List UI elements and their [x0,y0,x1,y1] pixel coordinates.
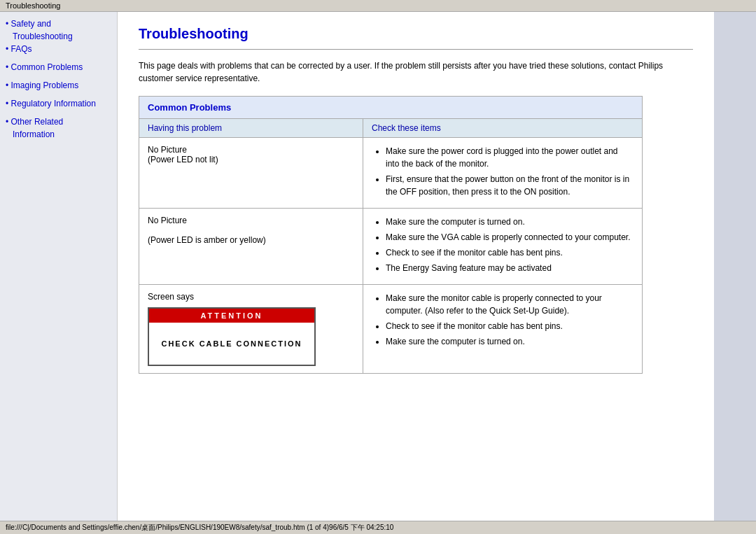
content-area: Troubleshooting This page deals with pro… [118,12,714,521]
left-sidebar: • Safety and Troubleshooting • FAQs • Co… [0,12,118,521]
problem-3-line1: Screen says [148,292,194,302]
nav-faqs[interactable]: • FAQs [6,44,111,54]
nav-information[interactable]: Information [6,129,111,139]
col-header-solution: Check these items [363,119,643,138]
nav-section-problems: • Common Problems [6,62,111,72]
attention-box: ATTENTION CHECK CABLE CONNECTION [148,307,316,366]
nav-regulatory-info[interactable]: • Regulatory Information [6,99,111,108]
table-row-3: Screen says ATTENTION CHECK CABLE CONNEC… [139,285,643,374]
problem-cell-2: No Picture (Power LED is amber or yellow… [139,209,363,285]
solution-2-item-2: Make sure the VGA cable is properly conn… [386,231,634,244]
nav-section-other: • Other Related Information [6,117,111,139]
table-row-1: No Picture (Power LED not lit) Make sure… [139,138,643,209]
page-title: Troubleshooting [139,26,693,42]
table-row-2: No Picture (Power LED is amber or yellow… [139,209,643,285]
nav-imaging-problems[interactable]: • Imaging Problems [6,80,111,90]
intro-text: This page deals with problems that can b… [139,59,693,85]
right-sidebar [714,12,756,521]
main-area: • Safety and Troubleshooting • FAQs • Co… [0,12,756,521]
attention-header: ATTENTION [149,309,314,323]
solution-3-item-1: Make sure the monitor cable is properly … [386,292,634,317]
table-col-header-row: Having this problem Check these items [139,119,643,138]
status-bar: file:///C|/Documents and Settings/effie.… [0,521,756,534]
nav-common-problems[interactable]: • Common Problems [6,62,111,72]
nav-troubleshooting[interactable]: Troubleshooting [6,31,111,41]
title-bar: Troubleshooting [0,0,756,12]
nav-section-imaging: • Imaging Problems [6,80,111,90]
nav-other-related[interactable]: • Other Related [6,117,111,127]
solution-3-item-3: Make sure the computer is turned on. [386,335,634,348]
problem-cell-1: No Picture (Power LED not lit) [139,138,363,209]
problem-2-line2: (Power LED is amber or yellow) [148,235,266,245]
solution-cell-3: Make sure the monitor cable is properly … [363,285,643,374]
problem-1-line1: No Picture [148,145,187,155]
solution-list-3: Make sure the monitor cable is properly … [372,292,634,348]
solution-list-1: Make sure the power cord is plugged into… [372,145,634,198]
problem-1-line2: (Power LED not lit) [148,155,218,164]
nav-safety-and[interactable]: • Safety and [6,19,111,29]
solution-cell-2: Make sure the computer is turned on. Mak… [363,209,643,285]
solution-2-item-4: The Energy Saving feature may be activat… [386,262,634,274]
status-bar-text: file:///C|/Documents and Settings/effie.… [6,524,393,531]
title-bar-text: Troubleshooting [6,1,60,10]
solution-3-item-2: Check to see if the monitor cable has be… [386,320,634,332]
solution-1-item-2: First, ensure that the power button on t… [386,173,634,198]
table-section-header-row: Common Problems [139,97,643,119]
problems-table: Common Problems Having this problem Chec… [139,96,643,374]
solution-2-item-1: Make sure the computer is turned on. [386,216,634,228]
title-divider [139,49,693,50]
solution-2-item-3: Check to see if the monitor cable has be… [386,246,634,259]
problem-cell-3: Screen says ATTENTION CHECK CABLE CONNEC… [139,285,363,374]
nav-section-safety: • Safety and Troubleshooting • FAQs [6,19,111,54]
browser-window: Troubleshooting • Safety and Troubleshoo… [0,0,756,534]
solution-1-item-1: Make sure the power cord is plugged into… [386,145,634,170]
problem-2-line1: No Picture [148,216,187,225]
col-header-problem: Having this problem [139,119,363,138]
solution-list-2: Make sure the computer is turned on. Mak… [372,216,634,274]
table-section-header: Common Problems [139,97,643,119]
attention-body: CHECK CABLE CONNECTION [149,323,314,365]
solution-cell-1: Make sure the power cord is plugged into… [363,138,643,209]
nav-section-regulatory: • Regulatory Information [6,99,111,108]
